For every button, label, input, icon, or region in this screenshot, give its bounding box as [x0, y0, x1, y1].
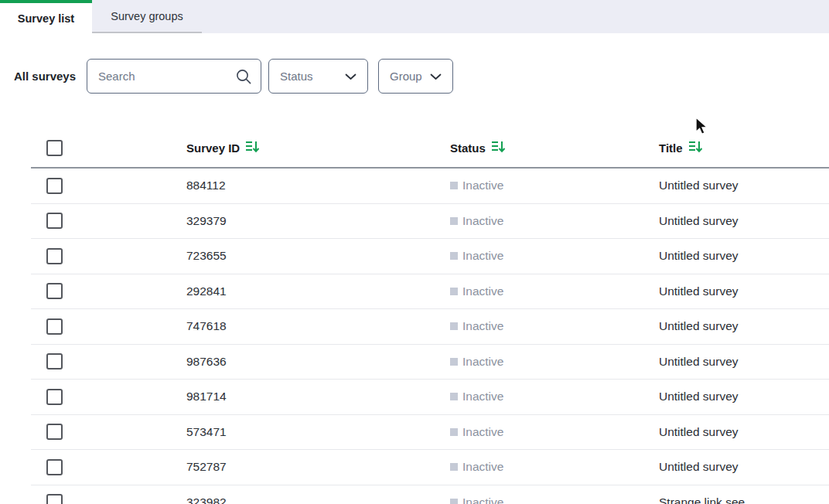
row-checkbox[interactable] [46, 459, 63, 475]
row-checkbox-cell [31, 494, 186, 504]
status-square-icon [450, 428, 458, 436]
search-box [87, 59, 261, 94]
sort-icon[interactable] [245, 140, 261, 156]
table-row[interactable]: 329379InactiveUntitled survey [31, 204, 829, 240]
status-square-icon [450, 322, 458, 330]
status-filter-dropdown[interactable]: Status [268, 59, 368, 94]
header-survey-id-label: Survey ID [186, 141, 240, 155]
row-checkbox[interactable] [46, 178, 63, 194]
status-cell: Inactive [450, 249, 659, 263]
status-label: Inactive [462, 355, 503, 369]
scope-label: All surveys [14, 59, 76, 94]
status-square-icon [450, 393, 458, 400]
table-row[interactable]: 323982InactiveStrange link see [31, 485, 829, 504]
tab-survey-list[interactable]: Survey list [0, 0, 92, 33]
status-square-icon [450, 182, 458, 189]
row-checkbox[interactable] [46, 318, 63, 335]
tab-survey-groups[interactable]: Survey groups [92, 0, 202, 33]
status-cell: Inactive [450, 319, 659, 333]
status-label: Inactive [462, 390, 503, 404]
table-row[interactable]: 752787InactiveUntitled survey [31, 450, 829, 485]
survey-id-cell: 329379 [186, 214, 450, 228]
row-checkbox[interactable] [46, 353, 63, 369]
row-checkbox[interactable] [46, 213, 63, 229]
title-cell: Untitled survey [659, 214, 829, 228]
status-label: Inactive [462, 284, 503, 298]
group-filter-label: Group [390, 70, 422, 83]
status-label: Inactive [462, 214, 503, 228]
header-select-all [31, 140, 186, 156]
status-square-icon [450, 463, 458, 471]
status-square-icon [450, 252, 458, 260]
survey-id-cell: 573471 [186, 425, 450, 439]
title-cell: Untitled survey [659, 355, 829, 369]
sort-icon[interactable] [491, 140, 507, 156]
status-cell: Inactive [450, 284, 659, 298]
title-cell: Untitled survey [659, 460, 829, 474]
header-title-label: Title [659, 141, 683, 155]
chevron-down-icon [430, 70, 442, 83]
title-cell: Untitled survey [659, 319, 829, 333]
status-cell: Inactive [450, 425, 659, 439]
survey-id-cell: 981714 [186, 390, 450, 404]
status-label: Inactive [462, 249, 503, 263]
select-all-checkbox[interactable] [46, 140, 63, 156]
header-survey-id[interactable]: Survey ID [186, 140, 450, 156]
status-label: Inactive [462, 425, 503, 439]
status-square-icon [450, 288, 458, 295]
table-row[interactable]: 573471InactiveUntitled survey [31, 415, 829, 451]
row-checkbox[interactable] [46, 248, 63, 264]
status-cell: Inactive [450, 179, 659, 192]
tab-survey-groups-label: Survey groups [111, 10, 183, 22]
header-title[interactable]: Title [659, 140, 829, 156]
row-checkbox-cell [31, 459, 186, 475]
survey-id-cell: 747618 [186, 319, 450, 333]
status-label: Inactive [462, 179, 503, 192]
title-cell: Untitled survey [659, 249, 829, 263]
status-square-icon [450, 358, 458, 366]
table-row[interactable]: 747618InactiveUntitled survey [31, 309, 829, 345]
status-label: Inactive [462, 460, 503, 474]
table-header-row: Survey ID Status [31, 129, 829, 169]
chevron-down-icon [345, 70, 357, 83]
table-row[interactable]: 981714InactiveUntitled survey [31, 380, 829, 415]
header-status[interactable]: Status [450, 140, 659, 156]
title-cell: Untitled survey [659, 179, 829, 192]
group-filter-dropdown[interactable]: Group [378, 59, 453, 94]
survey-id-cell: 323982 [186, 495, 450, 504]
title-cell: Untitled survey [659, 284, 829, 298]
status-label: Inactive [462, 319, 503, 333]
table-row[interactable]: 884112InactiveUntitled survey [31, 169, 829, 204]
status-label: Inactive [462, 495, 503, 504]
search-input[interactable] [87, 60, 227, 93]
filter-bar: All surveys Status Group [0, 59, 829, 94]
status-cell: Inactive [450, 390, 659, 404]
table-row[interactable]: 292841InactiveUntitled survey [31, 274, 829, 310]
table-row[interactable]: 723655InactiveUntitled survey [31, 239, 829, 274]
status-filter-label: Status [280, 70, 313, 83]
tab-bar: Survey list Survey groups [0, 0, 829, 33]
row-checkbox[interactable] [46, 494, 63, 504]
row-checkbox-cell [31, 424, 186, 440]
row-checkbox-cell [31, 248, 186, 264]
row-checkbox-cell [31, 283, 186, 299]
row-checkbox-cell [31, 213, 186, 229]
table-body: 884112InactiveUntitled survey329379Inact… [31, 169, 829, 504]
row-checkbox-cell [31, 389, 186, 405]
survey-table: Survey ID Status [31, 129, 829, 504]
table-row[interactable]: 987636InactiveUntitled survey [31, 345, 829, 380]
row-checkbox-cell [31, 178, 186, 194]
survey-id-cell: 987636 [186, 355, 450, 369]
survey-id-cell: 292841 [186, 284, 450, 298]
title-cell: Untitled survey [659, 390, 829, 404]
row-checkbox[interactable] [46, 424, 63, 440]
search-icon [236, 69, 252, 88]
row-checkbox[interactable] [46, 283, 63, 299]
status-cell: Inactive [450, 460, 659, 474]
status-square-icon [450, 217, 458, 225]
row-checkbox[interactable] [46, 389, 63, 405]
sort-icon[interactable] [688, 140, 704, 156]
title-cell: Untitled survey [659, 425, 829, 439]
title-cell: Strange link see [659, 495, 829, 504]
survey-id-cell: 752787 [186, 460, 450, 474]
